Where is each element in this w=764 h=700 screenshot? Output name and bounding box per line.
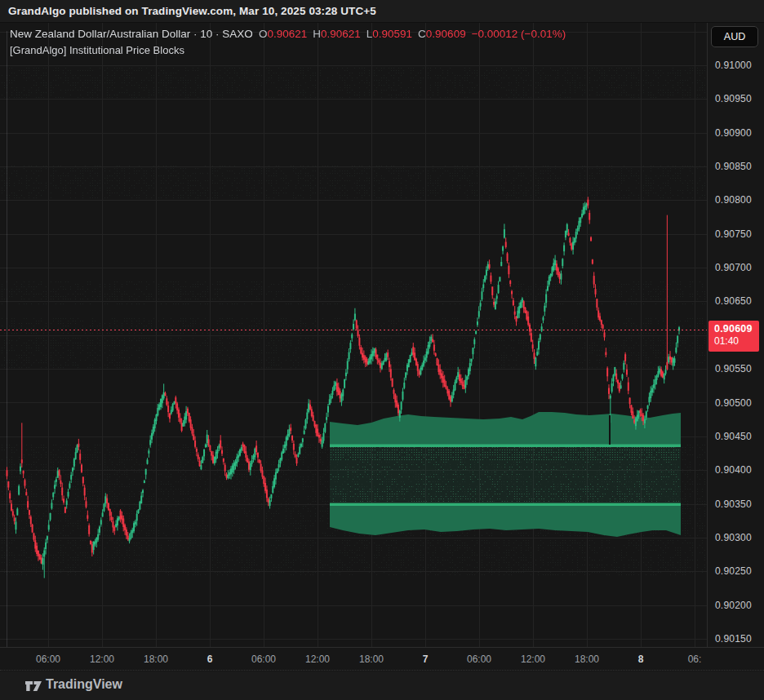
time-tick-label: 06:00 [36,653,60,665]
published-text: GrandAlgo published on TradingView.com, … [8,5,376,17]
price-tick-label: 0.90300 [715,532,752,543]
indicator-legend-row[interactable]: [GrandAlgo] Institutional Price Blocks [10,44,566,56]
price-tick-label: 0.90800 [715,194,752,206]
time-tick-label: 06:00 [251,653,276,665]
change-value: −0.00012 (−0.01%) [472,28,566,40]
price-tick-label: 0.91000 [715,60,752,71]
time-tick-label: 6 [207,653,213,665]
price-tick-label: 0.90400 [715,464,752,476]
bar-countdown: 01:40 [714,335,759,347]
price-tick-label: 0.90850 [715,161,752,172]
time-tick-label: 12:00 [90,653,114,665]
time-tick-label: 18:00 [575,653,599,665]
price-tick-label: 0.90150 [715,633,752,645]
price-tick-label: 0.90450 [715,431,752,442]
price-tick-label: 0.90500 [715,397,752,409]
chart-legend: New Zealand Dollar/Australian Dollar · 1… [10,28,566,56]
price-tick-label: 0.90950 [715,93,752,104]
time-tick-label: 18:00 [144,653,168,665]
price-tick-label: 0.90650 [715,295,752,307]
price-tick-label: 0.90750 [715,228,752,240]
last-price-value: 0.90609 [714,323,759,334]
time-tick-label: 12:00 [521,653,545,665]
price-tick-label: 0.90900 [715,127,752,139]
symbol-legend-row[interactable]: New Zealand Dollar/Australian Dollar · 1… [10,28,566,40]
tradingview-brand-text[interactable]: TradingView [46,677,122,692]
time-tick-label: 7 [423,653,429,665]
price-tick-label: 0.90350 [715,498,752,510]
published-bar: GrandAlgo published on TradingView.com, … [0,0,764,23]
price-tick-label: 0.90700 [715,262,752,273]
tradingview-logo-icon[interactable] [24,678,42,694]
last-price-badge: 0.90609 01:40 [708,321,759,352]
time-tick-label: 8 [638,653,644,665]
ohlc-open: O0.90621 [259,28,307,40]
tradingview-snapshot: GrandAlgo published on TradingView.com, … [0,0,764,700]
ohlc-close: C0.90609 [418,28,466,40]
price-tick-label: 0.90200 [715,600,752,611]
price-tick-label: 0.90250 [715,565,752,577]
time-tick-label: 12:00 [305,653,330,665]
time-scale[interactable]: 06:0012:0018:00606:0012:0018:00706:0012:… [0,647,764,671]
currency-toggle-button[interactable]: AUD [711,26,758,47]
price-scale[interactable]: AUD 0.90609 01:40 0.910000.909500.909000… [707,23,764,671]
time-tick-label: 06:00 [467,653,491,665]
ohlc-low: L0.90591 [366,28,412,40]
price-chart-canvas[interactable] [0,23,707,647]
time-tick-label: 18:00 [359,653,384,665]
price-tick-label: 0.90550 [715,363,752,374]
time-tick-label: 06: [688,653,702,665]
ohlc-high: H0.90621 [313,28,361,40]
symbol-title: New Zealand Dollar/Australian Dollar · 1… [10,28,253,40]
footer-bar: TradingView [0,671,764,700]
